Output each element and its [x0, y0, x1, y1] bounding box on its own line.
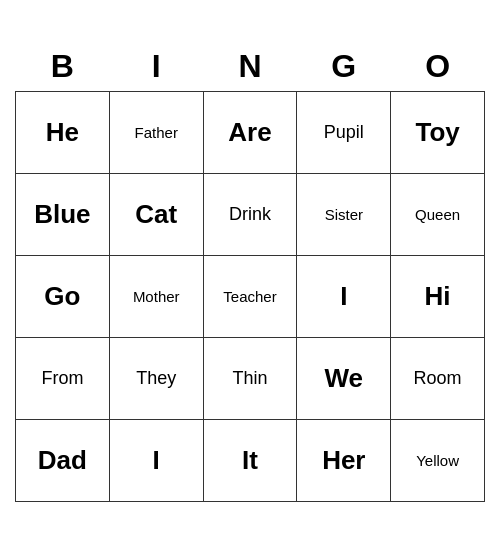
bingo-cell-3-3: We	[297, 338, 391, 420]
bingo-row-0: HeFatherArePupilToy	[16, 92, 485, 174]
header-row: BINGO	[16, 42, 485, 92]
bingo-cell-3-2: Thin	[203, 338, 297, 420]
bingo-cell-4-2: It	[203, 420, 297, 502]
bingo-cell-2-2: Teacher	[203, 256, 297, 338]
bingo-header-I: I	[109, 42, 203, 92]
bingo-row-3: FromTheyThinWeRoom	[16, 338, 485, 420]
bingo-cell-2-1: Mother	[109, 256, 203, 338]
bingo-cell-1-1: Cat	[109, 174, 203, 256]
bingo-cell-3-1: They	[109, 338, 203, 420]
bingo-row-4: DadIItHerYellow	[16, 420, 485, 502]
bingo-cell-4-0: Dad	[16, 420, 110, 502]
bingo-cell-2-3: I	[297, 256, 391, 338]
bingo-row-2: GoMotherTeacherIHi	[16, 256, 485, 338]
bingo-cell-3-0: From	[16, 338, 110, 420]
bingo-row-1: BlueCatDrinkSisterQueen	[16, 174, 485, 256]
bingo-cell-0-0: He	[16, 92, 110, 174]
bingo-cell-0-4: Toy	[391, 92, 485, 174]
bingo-cell-1-2: Drink	[203, 174, 297, 256]
bingo-cell-2-4: Hi	[391, 256, 485, 338]
bingo-header-G: G	[297, 42, 391, 92]
bingo-cell-4-1: I	[109, 420, 203, 502]
bingo-card: BINGO HeFatherArePupilToyBlueCatDrinkSis…	[15, 42, 485, 503]
bingo-cell-0-3: Pupil	[297, 92, 391, 174]
bingo-cell-4-4: Yellow	[391, 420, 485, 502]
bingo-cell-2-0: Go	[16, 256, 110, 338]
bingo-header-N: N	[203, 42, 297, 92]
bingo-cell-1-4: Queen	[391, 174, 485, 256]
bingo-header-B: B	[16, 42, 110, 92]
bingo-cell-4-3: Her	[297, 420, 391, 502]
bingo-cell-1-3: Sister	[297, 174, 391, 256]
bingo-cell-0-2: Are	[203, 92, 297, 174]
bingo-cell-0-1: Father	[109, 92, 203, 174]
bingo-header-O: O	[391, 42, 485, 92]
bingo-cell-1-0: Blue	[16, 174, 110, 256]
bingo-cell-3-4: Room	[391, 338, 485, 420]
